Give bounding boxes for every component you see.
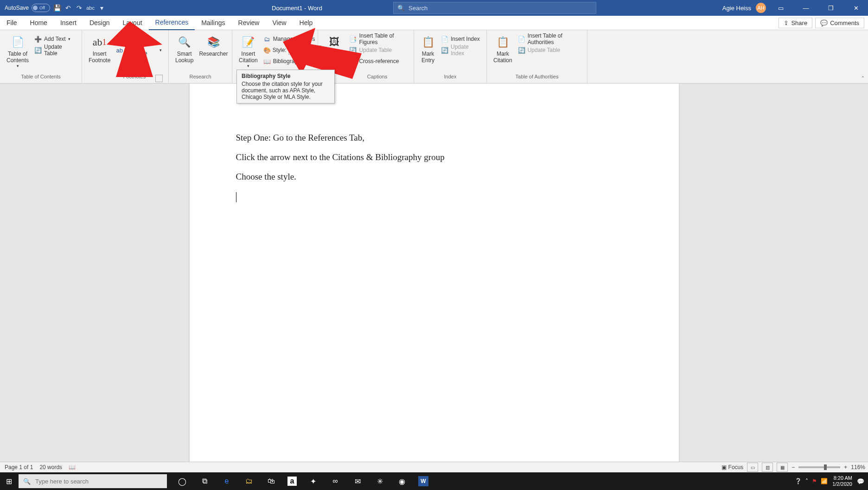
- update-toa-button: 🔄 Update Table: [517, 45, 581, 55]
- add-text-icon: ➕: [34, 35, 42, 43]
- group-label: Research: [172, 73, 228, 83]
- mail-icon[interactable]: ✉: [351, 475, 364, 487]
- avatar[interactable]: AH: [756, 3, 766, 13]
- add-text-button[interactable]: ➕ Add Text ▾: [33, 34, 76, 44]
- autosave-toggle[interactable]: AutoSave Off: [5, 4, 50, 12]
- tab-insert[interactable]: Insert: [54, 16, 83, 30]
- status-bar: Page 1 of 1 20 words 📖 ▣Focus ▭ ▥ ▦ − + …: [0, 462, 868, 472]
- task-view-icon[interactable]: ⧉: [198, 475, 211, 487]
- collapse-ribbon-icon[interactable]: ˄: [862, 76, 864, 82]
- search-icon: 🔍: [397, 5, 405, 12]
- chrome-icon[interactable]: ◉: [396, 475, 408, 487]
- maximize-icon[interactable]: ❐: [821, 0, 841, 16]
- qat-customize-icon[interactable]: ▾: [97, 4, 106, 12]
- tooltip-body: Choose the citation style for your docum…: [242, 81, 330, 100]
- researcher-button[interactable]: 📚 Researcher: [196, 32, 230, 58]
- ribbon-display-options-icon[interactable]: ▭: [771, 0, 791, 16]
- title-bar: AutoSave Off 💾 ↶ ↷ abc ▾ Document1 - Wor…: [0, 0, 868, 16]
- annotation-arrow-references-tab: [88, 21, 162, 77]
- amazon-icon[interactable]: a: [287, 477, 297, 486]
- edge-icon[interactable]: e: [221, 475, 233, 487]
- close-icon[interactable]: ✕: [846, 0, 866, 16]
- tab-review[interactable]: Review: [232, 16, 266, 30]
- security-tray-icon[interactable]: ⚑: [812, 478, 817, 484]
- zoom-slider[interactable]: [798, 466, 840, 468]
- cortana-icon[interactable]: ◯: [176, 475, 188, 487]
- document-line: Click the arrow next to the Citations & …: [236, 152, 632, 162]
- tab-mailings[interactable]: Mailings: [195, 16, 231, 30]
- redo-icon[interactable]: ↷: [75, 4, 83, 12]
- mark-entry-button[interactable]: 📋 Mark Entry: [418, 32, 438, 64]
- autosave-label: AutoSave: [5, 5, 29, 11]
- read-mode-icon[interactable]: ▭: [747, 463, 758, 472]
- update-table-icon: 🔄: [34, 46, 42, 54]
- document-title: Document1 - Word: [272, 5, 322, 12]
- web-layout-icon[interactable]: ▦: [777, 463, 788, 472]
- taskbar-clock[interactable]: 8:20 AM 1/2/2020: [832, 475, 852, 487]
- insert-index-button[interactable]: 📄 Insert Index: [440, 34, 481, 44]
- tray-chevron-icon[interactable]: ˄: [805, 478, 808, 484]
- update-index-icon: 🔄: [441, 46, 448, 54]
- help-tray-icon[interactable]: ❔: [795, 478, 802, 484]
- undo-icon[interactable]: ↶: [64, 4, 72, 12]
- group-label: Table of Contents: [4, 73, 78, 83]
- group-label: Index: [418, 73, 483, 83]
- insert-citation-button[interactable]: 📝 Insert Citation ▾: [236, 32, 261, 69]
- document-workspace: Step One: Go to the References Tab, Clic…: [0, 84, 868, 473]
- insert-toa-button[interactable]: 📄 Insert Table of Authorities: [517, 34, 581, 44]
- focus-icon: ▣: [721, 464, 727, 471]
- spellcheck-icon[interactable]: abc: [86, 4, 95, 12]
- tooltip-title: Bibliography Style: [242, 73, 330, 79]
- file-explorer-icon[interactable]: 🗂: [243, 475, 255, 487]
- tab-file[interactable]: File: [0, 16, 24, 30]
- insert-toa-icon: 📄: [518, 35, 525, 43]
- minimize-icon[interactable]: —: [796, 0, 816, 16]
- zoom-in-icon[interactable]: +: [844, 464, 847, 471]
- start-button[interactable]: ⊞: [0, 472, 18, 490]
- zoom-out-icon[interactable]: −: [791, 464, 795, 471]
- wifi-tray-icon[interactable]: 📶: [821, 478, 828, 484]
- search-icon: 🔍: [23, 478, 31, 485]
- slack-icon[interactable]: ✳: [374, 475, 386, 487]
- windows-taskbar: ⊞ 🔍 Type here to search ◯ ⧉ e 🗂 🛍 a ✦ ∞ …: [0, 472, 868, 490]
- text-cursor: [236, 192, 236, 202]
- save-icon[interactable]: 💾: [53, 4, 61, 12]
- word-count-status[interactable]: 20 words: [39, 464, 62, 471]
- document-page[interactable]: Step One: Go to the References Tab, Clic…: [190, 84, 679, 473]
- action-center-icon[interactable]: 💬: [857, 478, 864, 485]
- mark-entry-icon: 📋: [421, 35, 435, 50]
- search-box[interactable]: 🔍 Search: [393, 2, 596, 14]
- smart-lookup-button[interactable]: 🔍 Smart Lookup: [172, 32, 196, 64]
- manage-sources-icon: 🗂: [263, 35, 271, 43]
- comments-button[interactable]: 💬 Comments: [815, 18, 864, 28]
- document-line: Choose the style.: [236, 172, 632, 182]
- bibliography-icon: 📖: [263, 58, 271, 65]
- print-layout-icon[interactable]: ▥: [762, 463, 773, 472]
- proofing-status-icon[interactable]: 📖: [69, 464, 76, 471]
- insert-index-icon: 📄: [441, 35, 448, 43]
- word-icon[interactable]: W: [418, 476, 428, 486]
- bibliography-style-tooltip: Bibliography Style Choose the citation s…: [236, 70, 335, 103]
- style-icon: 🎨: [263, 46, 271, 54]
- insert-citation-icon: 📝: [241, 35, 255, 50]
- group-label: Table of Authorities: [491, 73, 583, 83]
- focus-mode-button[interactable]: ▣Focus: [721, 464, 744, 471]
- mark-citation-button[interactable]: 📋 Mark Citation: [491, 32, 515, 64]
- taskbar-search-placeholder: Type here to search: [35, 478, 89, 485]
- taskbar-search[interactable]: 🔍 Type here to search: [19, 474, 167, 488]
- share-icon: ⇪: [784, 19, 789, 26]
- table-of-contents-button[interactable]: 📄 Table of Contents ▾: [4, 32, 32, 69]
- search-placeholder: Search: [408, 5, 428, 12]
- update-index-button: 🔄 Update Index: [440, 45, 481, 55]
- update-table-toc-button[interactable]: 🔄 Update Table: [33, 45, 76, 55]
- researcher-icon: 📚: [206, 35, 221, 50]
- microsoft-store-icon[interactable]: 🛍: [265, 475, 277, 487]
- zoom-level[interactable]: 116%: [851, 464, 865, 471]
- tab-home[interactable]: Home: [24, 16, 54, 30]
- share-button[interactable]: ⇪ Share: [779, 18, 812, 28]
- dropbox-icon[interactable]: ✦: [307, 475, 319, 487]
- update-toa-icon: 🔄: [518, 46, 525, 54]
- app-icon[interactable]: ∞: [329, 475, 341, 487]
- account-name[interactable]: Agie Heiss: [722, 5, 751, 12]
- page-number-status[interactable]: Page 1 of 1: [5, 464, 33, 471]
